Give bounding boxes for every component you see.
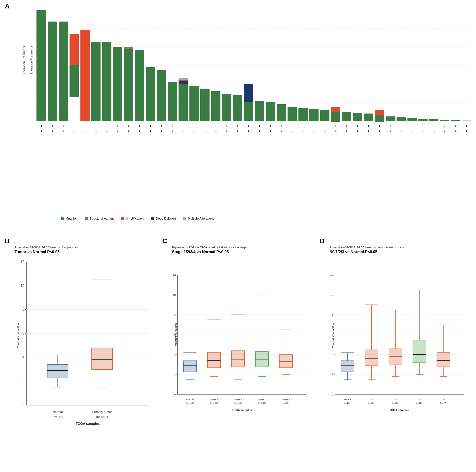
svg-rect-29 — [179, 84, 188, 121]
svg-text:10: 10 — [21, 284, 24, 288]
svg-text:+: + — [269, 135, 271, 136]
svg-text:+: + — [302, 129, 304, 133]
svg-text:(n=615): (n=615) — [234, 402, 242, 404]
svg-text:+: + — [215, 129, 217, 133]
svg-text:(n=20): (n=20) — [283, 402, 289, 404]
svg-text:+: + — [150, 129, 152, 133]
svg-text:+: + — [269, 124, 271, 128]
panel-d-subtitle: N0/1/2/3 vs Normal P<0.05 — [329, 250, 472, 254]
svg-text:+: + — [160, 135, 162, 136]
svg-text:+: + — [466, 135, 468, 136]
panel-d: D Expression of POP1 in BRCA based on no… — [320, 237, 472, 467]
svg-text:+: + — [237, 129, 238, 133]
svg-text:+: + — [335, 124, 337, 128]
svg-rect-17 — [69, 65, 79, 97]
svg-rect-368 — [413, 340, 426, 363]
panel-c-y-label: Transcript per million — [174, 323, 177, 348]
svg-text:+: + — [357, 129, 358, 133]
svg-text:+: + — [433, 135, 435, 136]
svg-text:+: + — [302, 135, 304, 136]
svg-text:+: + — [258, 135, 260, 136]
svg-rect-294 — [207, 353, 221, 368]
panel-c-plot: Transcript per million 12 10 8 6 4 2 0 — [162, 257, 315, 426]
svg-text:+: + — [280, 135, 282, 136]
svg-rect-32 — [179, 78, 188, 80]
chart-area: Alteration Frequency 0 2% 4% 6% 8% 10% 1… — [24, 10, 465, 131]
svg-text:+: + — [324, 124, 326, 128]
deep-deletion-label: Deep Deletion — [156, 217, 176, 220]
legend-item-multiple: Multiple Alterations — [183, 217, 214, 220]
panel-a: A Alteration Frequency 0 2% 4% 6% 8% 10%… — [5, 2, 472, 215]
svg-text:+: + — [357, 124, 358, 128]
svg-rect-356 — [365, 350, 378, 366]
svg-text:+: + — [182, 135, 184, 136]
svg-text:+: + — [62, 129, 64, 133]
svg-text:+: + — [40, 124, 42, 128]
svg-rect-30 — [179, 81, 188, 84]
svg-text:6: 6 — [22, 331, 24, 335]
svg-text:+: + — [106, 129, 108, 133]
svg-text:+: + — [138, 124, 140, 128]
svg-text:+: + — [193, 129, 195, 133]
panel-d-y-label: Transcript per million — [332, 323, 335, 348]
svg-text:+: + — [313, 135, 315, 136]
svg-text:+: + — [215, 124, 217, 128]
svg-text:+: + — [313, 124, 315, 128]
svg-text:+: + — [411, 129, 413, 133]
svg-rect-34 — [200, 89, 209, 121]
svg-rect-35 — [211, 91, 221, 121]
svg-rect-288 — [183, 361, 196, 372]
svg-text:+: + — [150, 135, 152, 136]
svg-text:+: + — [160, 129, 162, 133]
svg-text:+: + — [258, 129, 260, 133]
panel-c-svg: 12 10 8 6 4 2 0 — [162, 257, 315, 426]
svg-rect-53 — [375, 110, 384, 115]
svg-text:Stage 2: Stage 2 — [234, 398, 242, 401]
svg-text:+: + — [378, 135, 380, 136]
panel-d-title: Expression of POP1 in BRCA based on noda… — [329, 246, 472, 249]
svg-text:4: 4 — [332, 353, 333, 356]
mutation-dot — [61, 217, 64, 220]
svg-rect-54 — [386, 116, 395, 121]
panel-d-label: D — [320, 237, 324, 245]
svg-text:+: + — [117, 124, 119, 128]
svg-text:+: + — [193, 124, 195, 128]
svg-text:+: + — [444, 129, 446, 133]
legend-item-deep-deletion: Deep Deletion — [151, 217, 176, 220]
svg-text:+: + — [400, 135, 402, 136]
multiple-alterations-label: Multiple Alterations — [188, 217, 214, 220]
svg-rect-24 — [124, 47, 133, 49]
svg-text:4: 4 — [174, 353, 176, 356]
svg-rect-36 — [222, 94, 231, 121]
svg-rect-50 — [353, 113, 362, 121]
svg-text:+: + — [258, 124, 260, 128]
svg-text:+: + — [368, 135, 369, 136]
svg-text:+: + — [51, 135, 53, 136]
svg-text:+: + — [226, 135, 228, 136]
svg-rect-58 — [429, 119, 439, 121]
svg-text:+: + — [422, 129, 424, 133]
svg-text:+: + — [444, 135, 446, 136]
svg-text:+: + — [95, 129, 97, 133]
panel-b-y-label: Transcript per million — [17, 323, 20, 348]
svg-text:+: + — [204, 135, 206, 136]
svg-text:+: + — [193, 135, 195, 136]
panel-a-label: A — [5, 2, 10, 10]
svg-text:+: + — [171, 135, 173, 136]
svg-text:+: + — [95, 124, 97, 128]
panel-d-plot: Transcript per million 12 10 8 6 4 2 0 — [320, 257, 472, 426]
svg-text:+: + — [128, 124, 130, 128]
svg-text:+: + — [182, 129, 184, 133]
svg-text:+: + — [138, 135, 140, 136]
svg-text:2: 2 — [22, 379, 24, 383]
svg-rect-28 — [168, 82, 177, 121]
svg-text:+: + — [400, 124, 402, 128]
svg-text:+: + — [95, 135, 97, 136]
svg-text:+: + — [357, 135, 358, 136]
svg-text:+: + — [171, 124, 173, 128]
svg-text:8: 8 — [332, 313, 333, 316]
bottom-panels: B Expression of POP1 in BRCA based on Sa… — [5, 237, 472, 467]
svg-text:+: + — [128, 135, 130, 136]
svg-text:8: 8 — [22, 308, 24, 311]
svg-text:+: + — [128, 129, 130, 133]
